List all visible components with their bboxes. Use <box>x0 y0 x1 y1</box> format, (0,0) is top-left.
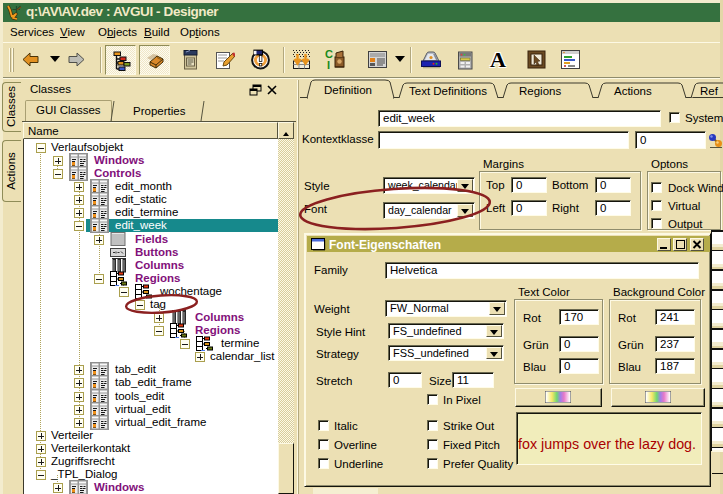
svg-text:I: I <box>327 59 330 71</box>
